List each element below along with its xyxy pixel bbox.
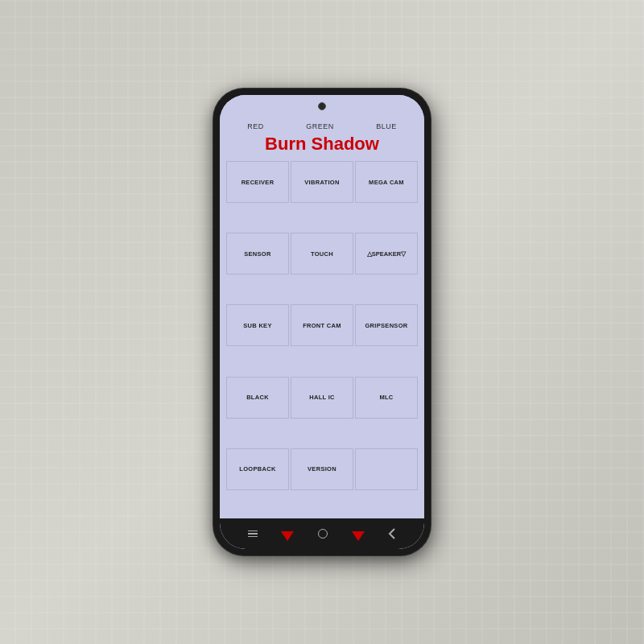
cell-black-label: BLACK: [246, 394, 269, 401]
cell-receiver-label: RECEIVER: [242, 179, 275, 186]
cell-loopback-label: LOOPBACK: [239, 465, 275, 473]
cell-speaker[interactable]: △SPEAKER▽: [355, 233, 418, 275]
color-row: RED GREEN BLUE: [226, 122, 418, 130]
back-icon[interactable]: [388, 528, 396, 539]
home-icon[interactable]: [318, 529, 328, 539]
cell-mlc[interactable]: MLC: [355, 377, 418, 419]
cell-vibration-label: VIBRATION: [304, 179, 339, 186]
background: RED GREEN BLUE Burn Shadow RECEIVER VIB: [0, 0, 644, 644]
phone-screen: RED GREEN BLUE Burn Shadow RECEIVER VIB: [220, 95, 424, 549]
cell-version[interactable]: VERSION: [291, 448, 353, 490]
phone-device: RED GREEN BLUE Burn Shadow RECEIVER VIB: [213, 89, 431, 555]
red-arrow-left-svg: [281, 526, 294, 541]
cell-speaker-label: △SPEAKER▽: [367, 250, 406, 258]
phone-wrapper: RED GREEN BLUE Burn Shadow RECEIVER VIB: [213, 89, 431, 555]
color-label-blue: BLUE: [376, 122, 397, 130]
burn-shadow-title: Burn Shadow: [265, 134, 379, 155]
svg-marker-1: [352, 531, 365, 541]
cell-gripsensor-label: GRIPSENSOR: [365, 322, 407, 329]
cell-mlc-label: MLC: [379, 394, 393, 401]
back-chevron-svg: [388, 528, 396, 539]
cell-front-cam-label: FRONT CAM: [303, 322, 341, 329]
red-arrow-right-svg: [352, 526, 365, 541]
svg-marker-0: [281, 531, 294, 541]
cell-sensor-label: SENSOR: [244, 250, 270, 258]
screen-top-bar: [220, 95, 424, 118]
cell-black[interactable]: BLACK: [226, 377, 289, 419]
menu-icon[interactable]: [248, 530, 258, 538]
cell-hall-ic-label: HALL IC: [309, 394, 335, 401]
cell-sub-key-label: SUB KEY: [243, 322, 271, 329]
home-circle-icon: [318, 529, 328, 539]
cell-touch-label: TOUCH: [311, 250, 333, 258]
nav-arrow-left-icon[interactable]: [281, 526, 294, 541]
menu-lines-icon: [248, 530, 258, 538]
cell-sub-key[interactable]: SUB KEY: [226, 304, 289, 346]
cell-touch[interactable]: TOUCH: [291, 233, 353, 275]
screen-content: RED GREEN BLUE Burn Shadow RECEIVER VIB: [220, 118, 424, 518]
nav-arrow-right-icon[interactable]: [352, 526, 365, 541]
color-label-green: GREEN: [306, 122, 334, 130]
nav-bar: [220, 518, 424, 549]
color-label-red: RED: [247, 122, 264, 130]
cell-sensor[interactable]: SENSOR: [226, 233, 289, 275]
cell-version-label: VERSION: [308, 465, 336, 473]
cell-receiver[interactable]: RECEIVER: [226, 161, 289, 203]
test-grid: RECEIVER VIBRATION MEGA CAM SENSOR: [226, 161, 418, 518]
cell-mega-cam[interactable]: MEGA CAM: [355, 161, 418, 203]
cell-gripsensor[interactable]: GRIPSENSOR: [355, 304, 418, 346]
cell-empty: [355, 448, 418, 490]
cell-vibration[interactable]: VIBRATION: [291, 161, 353, 203]
cell-front-cam[interactable]: FRONT CAM: [291, 304, 353, 346]
cell-hall-ic[interactable]: HALL IC: [291, 377, 353, 419]
cell-mega-cam-label: MEGA CAM: [369, 179, 404, 186]
camera-hole: [318, 102, 326, 110]
cell-loopback[interactable]: LOOPBACK: [226, 448, 289, 490]
